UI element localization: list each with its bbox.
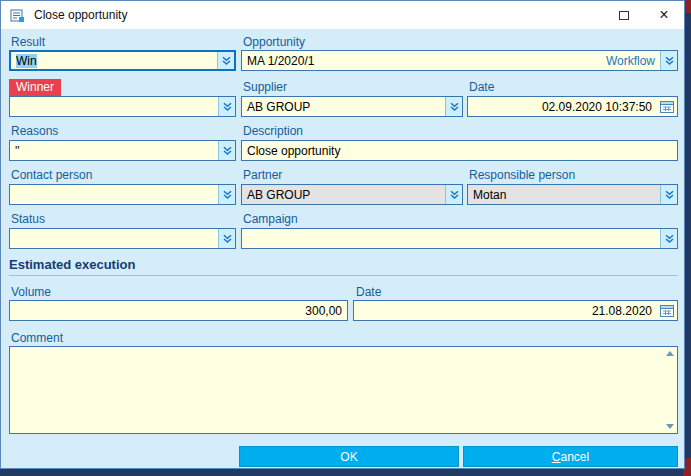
description-label: Description: [243, 124, 303, 138]
maximize-icon: [619, 11, 629, 20]
result-value: Win: [11, 54, 217, 68]
screen: Close opportunity × Result Opportunity W…: [0, 0, 691, 476]
supplier-value: AB GROUP: [242, 100, 445, 114]
reasons-value: '': [10, 144, 218, 158]
dropdown-icon[interactable]: [218, 97, 235, 116]
cancel-button-label: Cancel: [552, 450, 589, 464]
estimated-date-value: 21.08.2020: [354, 304, 657, 318]
workflow-link[interactable]: Workflow: [606, 54, 660, 68]
partner-field[interactable]: AB GROUP: [241, 184, 463, 205]
result-label: Result: [11, 35, 45, 49]
reasons-label: Reasons: [11, 124, 58, 138]
window-icon: [10, 7, 26, 23]
winner-label: Winner: [9, 79, 61, 96]
maximize-button[interactable]: [604, 1, 644, 29]
description-value: Close opportunity: [242, 144, 677, 158]
section-divider: [9, 275, 678, 276]
opportunity-label: Opportunity: [243, 35, 305, 49]
responsible-person-field[interactable]: Motan: [467, 184, 678, 205]
cancel-button[interactable]: Cancel: [463, 446, 678, 467]
contact-person-field[interactable]: [9, 184, 236, 205]
responsible-person-value: Motan: [468, 188, 660, 202]
date-label: Date: [469, 80, 494, 94]
dropdown-icon[interactable]: [445, 185, 462, 204]
dropdown-icon[interactable]: [218, 185, 235, 204]
dropdown-icon[interactable]: [445, 97, 462, 116]
winner-field[interactable]: [9, 96, 236, 117]
section-title-estimated-execution: Estimated execution: [9, 257, 135, 272]
volume-field[interactable]: 300,00: [9, 300, 348, 321]
partner-label: Partner: [243, 168, 282, 182]
calendar-icon[interactable]: [657, 301, 677, 320]
estimated-date-label: Date: [356, 285, 381, 299]
campaign-field[interactable]: [241, 228, 678, 249]
volume-label: Volume: [11, 285, 51, 299]
dropdown-icon[interactable]: [660, 51, 677, 70]
dropdown-icon[interactable]: [660, 229, 677, 248]
ok-button-label: OK: [340, 450, 357, 464]
comment-input[interactable]: [9, 346, 678, 434]
partner-value: AB GROUP: [242, 188, 445, 202]
status-field[interactable]: [9, 228, 236, 249]
result-field[interactable]: Win: [9, 50, 236, 71]
supplier-label: Supplier: [243, 80, 287, 94]
dropdown-icon[interactable]: [218, 141, 235, 160]
comment-label: Comment: [11, 331, 63, 345]
reasons-field[interactable]: '': [9, 140, 236, 161]
scroll-up-icon[interactable]: [666, 351, 674, 356]
opportunity-value: MA 1/2020/1: [242, 54, 606, 68]
date-value: 02.09.2020 10:37:50: [468, 100, 657, 114]
dropdown-icon[interactable]: [218, 229, 235, 248]
description-field[interactable]: Close opportunity: [241, 140, 678, 161]
date-field[interactable]: 02.09.2020 10:37:50: [467, 96, 678, 117]
dropdown-icon[interactable]: [660, 185, 677, 204]
ok-button[interactable]: OK: [239, 446, 459, 467]
close-button[interactable]: ×: [644, 1, 684, 29]
responsible-person-label: Responsible person: [469, 168, 575, 182]
close-opportunity-dialog: Close opportunity × Result Opportunity W…: [0, 0, 685, 469]
supplier-field[interactable]: AB GROUP: [241, 96, 463, 117]
contact-person-label: Contact person: [11, 168, 92, 182]
volume-value: 300,00: [10, 304, 347, 318]
opportunity-field[interactable]: MA 1/2020/1 Workflow: [241, 50, 678, 71]
scroll-down-icon[interactable]: [666, 424, 674, 429]
close-icon: ×: [659, 7, 668, 23]
window-title: Close opportunity: [34, 8, 127, 22]
campaign-label: Campaign: [243, 212, 298, 226]
status-label: Status: [11, 212, 45, 226]
calendar-icon[interactable]: [657, 97, 677, 116]
estimated-date-field[interactable]: 21.08.2020: [353, 300, 678, 321]
dropdown-icon[interactable]: [217, 52, 234, 69]
titlebar: Close opportunity ×: [1, 1, 684, 29]
